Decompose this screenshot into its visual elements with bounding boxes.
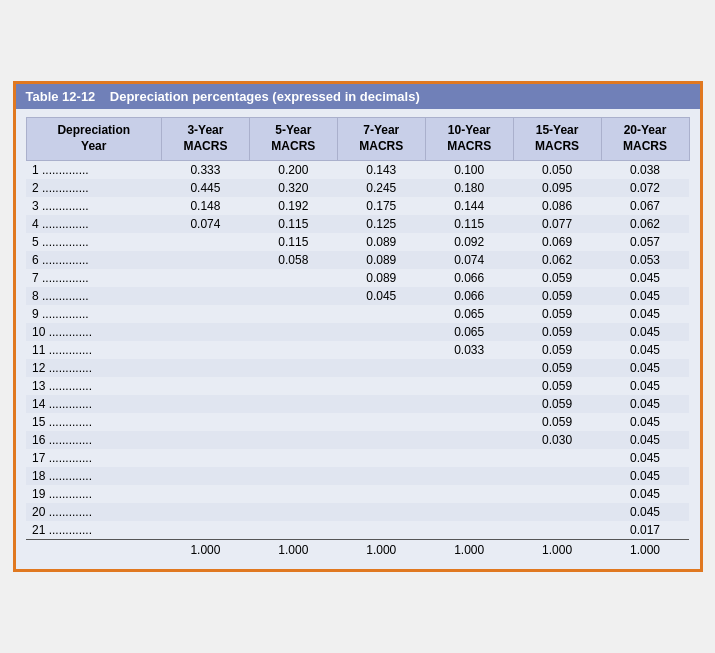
total-cell-col2: 1.000: [249, 539, 337, 559]
cell-row17-col0: 17 .............: [26, 449, 162, 467]
table-row: 19 .............0.045: [26, 485, 689, 503]
cell-row21-col5: [513, 521, 601, 540]
table-row: 12 .............0.0590.045: [26, 359, 689, 377]
table-row: 1 ..............0.3330.2000.1430.1000.05…: [26, 160, 689, 179]
table-row: 6 ..............0.0580.0890.0740.0620.05…: [26, 251, 689, 269]
cell-row11-col6: 0.045: [601, 341, 689, 359]
header-10yr: 10-YearMACRS: [425, 118, 513, 160]
cell-row5-col0: 5 ..............: [26, 233, 162, 251]
cell-row6-col5: 0.062: [513, 251, 601, 269]
cell-row4-col5: 0.077: [513, 215, 601, 233]
cell-row16-col1: [162, 431, 250, 449]
table-row: 13 .............0.0590.045: [26, 377, 689, 395]
cell-row9-col4: 0.065: [425, 305, 513, 323]
cell-row1-col4: 0.100: [425, 160, 513, 179]
cell-row6-col6: 0.053: [601, 251, 689, 269]
cell-row11-col4: 0.033: [425, 341, 513, 359]
cell-row15-col5: 0.059: [513, 413, 601, 431]
cell-row2-col4: 0.180: [425, 179, 513, 197]
cell-row11-col2: [249, 341, 337, 359]
cell-row16-col2: [249, 431, 337, 449]
cell-row20-col6: 0.045: [601, 503, 689, 521]
cell-row11-col0: 11 .............: [26, 341, 162, 359]
cell-row19-col5: [513, 485, 601, 503]
total-cell-col1: 1.000: [162, 539, 250, 559]
cell-row10-col1: [162, 323, 250, 341]
cell-row1-col3: 0.143: [337, 160, 425, 179]
cell-row15-col4: [425, 413, 513, 431]
cell-row12-col0: 12 .............: [26, 359, 162, 377]
total-cell-col6: 1.000: [601, 539, 689, 559]
cell-row7-col5: 0.059: [513, 269, 601, 287]
table-row: 20 .............0.045: [26, 503, 689, 521]
header-3yr: 3-YearMACRS: [162, 118, 250, 160]
cell-row2-col1: 0.445: [162, 179, 250, 197]
cell-row14-col4: [425, 395, 513, 413]
cell-row10-col0: 10 .............: [26, 323, 162, 341]
cell-row1-col2: 0.200: [249, 160, 337, 179]
cell-row3-col3: 0.175: [337, 197, 425, 215]
cell-row2-col2: 0.320: [249, 179, 337, 197]
cell-row8-col0: 8 ..............: [26, 287, 162, 305]
cell-row19-col6: 0.045: [601, 485, 689, 503]
cell-row6-col2: 0.058: [249, 251, 337, 269]
cell-row12-col3: [337, 359, 425, 377]
cell-row10-col2: [249, 323, 337, 341]
cell-row12-col1: [162, 359, 250, 377]
cell-row5-col6: 0.057: [601, 233, 689, 251]
cell-row5-col4: 0.092: [425, 233, 513, 251]
cell-row19-col2: [249, 485, 337, 503]
cell-row20-col1: [162, 503, 250, 521]
cell-row12-col6: 0.045: [601, 359, 689, 377]
cell-row11-col1: [162, 341, 250, 359]
cell-row18-col2: [249, 467, 337, 485]
table-row: 10 .............0.0650.0590.045: [26, 323, 689, 341]
header-15yr: 15-YearMACRS: [513, 118, 601, 160]
cell-row13-col5: 0.059: [513, 377, 601, 395]
total-cell-col4: 1.000: [425, 539, 513, 559]
total-row: 1.0001.0001.0001.0001.0001.000: [26, 539, 689, 559]
cell-row19-col0: 19 .............: [26, 485, 162, 503]
cell-row1-col1: 0.333: [162, 160, 250, 179]
cell-row15-col1: [162, 413, 250, 431]
cell-row14-col3: [337, 395, 425, 413]
cell-row8-col4: 0.066: [425, 287, 513, 305]
cell-row3-col4: 0.144: [425, 197, 513, 215]
cell-row2-col5: 0.095: [513, 179, 601, 197]
table-number: Table 12-12: [26, 89, 96, 104]
cell-row6-col4: 0.074: [425, 251, 513, 269]
table-row: 8 ..............0.0450.0660.0590.045: [26, 287, 689, 305]
cell-row14-col1: [162, 395, 250, 413]
cell-row14-col6: 0.045: [601, 395, 689, 413]
cell-row19-col4: [425, 485, 513, 503]
cell-row7-col3: 0.089: [337, 269, 425, 287]
cell-row21-col0: 21 .............: [26, 521, 162, 540]
table-container: Table 12-12 Depreciation percentages (ex…: [13, 81, 703, 571]
cell-row20-col0: 20 .............: [26, 503, 162, 521]
table-row: 11 .............0.0330.0590.045: [26, 341, 689, 359]
cell-row15-col3: [337, 413, 425, 431]
table-row: 21 .............0.017: [26, 521, 689, 540]
cell-row4-col0: 4 ..............: [26, 215, 162, 233]
cell-row8-col5: 0.059: [513, 287, 601, 305]
cell-row6-col3: 0.089: [337, 251, 425, 269]
total-cell-col0: [26, 539, 162, 559]
cell-row3-col0: 3 ..............: [26, 197, 162, 215]
cell-row8-col3: 0.045: [337, 287, 425, 305]
cell-row17-col4: [425, 449, 513, 467]
cell-row13-col4: [425, 377, 513, 395]
table-row: 9 ..............0.0650.0590.045: [26, 305, 689, 323]
cell-row4-col3: 0.125: [337, 215, 425, 233]
cell-row20-col4: [425, 503, 513, 521]
cell-row18-col0: 18 .............: [26, 467, 162, 485]
cell-row13-col6: 0.045: [601, 377, 689, 395]
cell-row1-col0: 1 ..............: [26, 160, 162, 179]
cell-row10-col6: 0.045: [601, 323, 689, 341]
cell-row11-col3: [337, 341, 425, 359]
cell-row7-col2: [249, 269, 337, 287]
cell-row17-col5: [513, 449, 601, 467]
cell-row10-col3: [337, 323, 425, 341]
cell-row9-col5: 0.059: [513, 305, 601, 323]
cell-row4-col2: 0.115: [249, 215, 337, 233]
table-row: 15 .............0.0590.045: [26, 413, 689, 431]
